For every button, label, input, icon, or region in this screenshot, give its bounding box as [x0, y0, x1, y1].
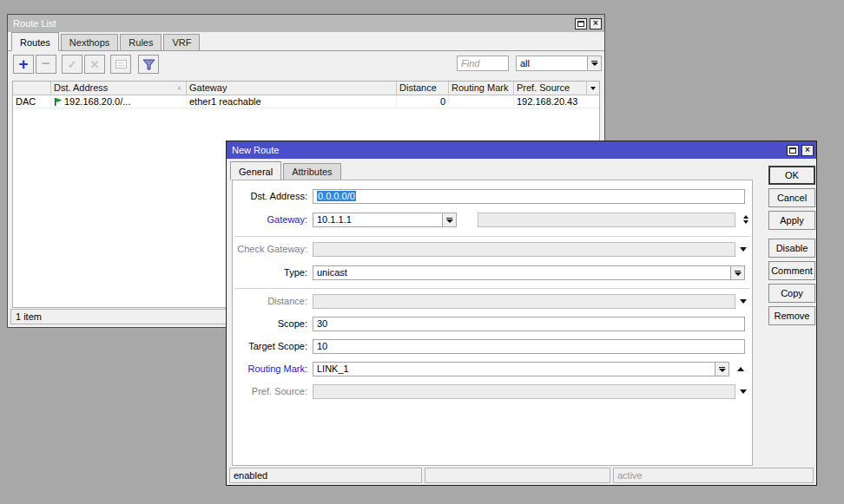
- distance-dropdown-icon[interactable]: [740, 299, 747, 304]
- dst-address-label: Dst. Address:: [233, 191, 307, 201]
- route-flags-cell: DAC: [13, 95, 51, 108]
- dst-address-selected-text: 0.0.0.0/0: [317, 191, 356, 201]
- filter-scope-select[interactable]: all: [516, 56, 602, 71]
- tab-attributes[interactable]: Attributes: [283, 163, 340, 180]
- scope-input[interactable]: 30: [313, 317, 745, 331]
- target-scope-label: Target Scope:: [233, 341, 307, 351]
- copy-button[interactable]: Copy: [768, 284, 815, 303]
- ok-button[interactable]: OK: [768, 166, 815, 185]
- column-header-pref-source[interactable]: Pref. Source: [514, 82, 592, 95]
- gateway-row: Gateway: 10.1.1.1: [233, 213, 752, 227]
- gateway-add-remove-spinner[interactable]: [743, 215, 748, 224]
- cancel-button[interactable]: Cancel: [768, 188, 815, 207]
- apply-button[interactable]: Apply: [768, 211, 815, 230]
- close-button[interactable]: ×: [801, 145, 814, 156]
- route-list-tabstrip: Routes Nexthops Rules VRF: [8, 32, 604, 51]
- scope-label: Scope:: [233, 318, 307, 329]
- enable-icon: ✓: [68, 58, 77, 71]
- funnel-icon: [142, 59, 155, 70]
- route-dst-cell: 192.168.20.0/...: [51, 95, 187, 108]
- add-route-button[interactable]: +: [13, 55, 34, 74]
- tab-general[interactable]: General: [230, 161, 281, 180]
- check-gateway-row: Check Gateway:: [233, 242, 752, 257]
- combo-arrow-icon: [735, 271, 741, 272]
- maximize-button[interactable]: [575, 18, 587, 29]
- new-route-tabstrip: General Attributes: [227, 160, 816, 180]
- type-input[interactable]: unicast: [313, 265, 745, 280]
- pref-source-label: Pref. Source:: [233, 386, 307, 396]
- gateway-secondary-input[interactable]: [478, 213, 735, 227]
- comment-icon: [115, 60, 127, 69]
- new-route-statusbar: enabled active: [229, 468, 814, 483]
- remove-route-button[interactable]: −: [36, 55, 56, 74]
- column-options-button[interactable]: [586, 82, 599, 95]
- type-dropdown-button[interactable]: [730, 266, 744, 279]
- gateway-dropdown-button[interactable]: [442, 213, 456, 226]
- distance-label: Distance:: [233, 296, 307, 306]
- routing-mark-label: Routing Mark:: [233, 363, 307, 374]
- routing-mark-remove-icon[interactable]: [737, 367, 744, 371]
- find-input[interactable]: Find: [457, 56, 509, 71]
- check-gateway-input[interactable]: [313, 242, 735, 257]
- type-row: Type: unicast: [233, 265, 752, 280]
- route-pref-source-cell: 192.168.20.43: [514, 95, 592, 108]
- pref-source-row: Pref. Source:: [233, 384, 752, 399]
- routing-mark-row: Routing Mark: LINK_1: [233, 362, 752, 376]
- scope-row: Scope: 30: [233, 317, 752, 331]
- status-middle: [425, 468, 610, 483]
- column-header-dst-address[interactable]: Dst. Address▲: [51, 82, 187, 95]
- pref-source-input[interactable]: [313, 384, 735, 399]
- routing-mark-input[interactable]: LINK_1: [313, 362, 729, 376]
- general-tab-panel: Dst. Address: 0.0.0.0/0 Gateway: 10.1.1.…: [232, 180, 753, 466]
- tab-nexthops[interactable]: Nexthops: [61, 34, 118, 50]
- separator: [234, 288, 750, 289]
- disable-button[interactable]: Disable: [768, 239, 815, 258]
- column-header-distance[interactable]: Distance: [397, 82, 449, 95]
- remove-button[interactable]: Remove: [768, 306, 815, 325]
- close-button[interactable]: ×: [590, 18, 602, 29]
- close-icon: ×: [805, 146, 810, 154]
- comment-route-button[interactable]: [110, 55, 131, 74]
- dst-address-input[interactable]: 0.0.0.0/0: [313, 189, 745, 204]
- up-arrow-icon: [743, 215, 748, 219]
- routing-mark-dropdown-button[interactable]: [715, 363, 729, 376]
- new-route-titlebar[interactable]: New Route ×: [227, 141, 816, 159]
- route-routing-mark-cell: [449, 95, 514, 108]
- separator: [234, 236, 750, 237]
- combo-arrow-icon: [735, 272, 742, 276]
- maximize-icon: [789, 147, 796, 154]
- routes-table-header: Dst. Address▲ Gateway Distance Routing M…: [13, 82, 599, 95]
- check-gateway-dropdown-icon[interactable]: [740, 247, 747, 252]
- combo-arrow-icon: [719, 367, 725, 368]
- target-scope-input[interactable]: 10: [313, 339, 745, 354]
- comment-button[interactable]: Comment: [768, 261, 815, 280]
- route-gateway-cell: ether1 reachable: [187, 95, 397, 108]
- sort-asc-icon: ▲: [176, 84, 182, 90]
- filter-button[interactable]: [138, 55, 159, 74]
- target-scope-row: Target Scope: 10: [233, 339, 752, 354]
- status-active: active: [613, 468, 814, 483]
- disable-route-button[interactable]: ✕: [84, 55, 105, 74]
- maximize-button[interactable]: [787, 145, 799, 156]
- enable-route-button[interactable]: ✓: [62, 55, 82, 74]
- route-distance-cell: 0: [397, 95, 449, 108]
- dropdown-arrow-icon: [590, 87, 596, 90]
- column-header-gateway[interactable]: Gateway: [187, 82, 397, 95]
- tab-vrf[interactable]: VRF: [163, 34, 200, 50]
- gateway-input[interactable]: 10.1.1.1: [313, 213, 457, 227]
- tab-rules[interactable]: Rules: [120, 34, 162, 50]
- close-icon: ×: [593, 19, 598, 28]
- combo-arrow-icon: [719, 369, 726, 372]
- column-header-flags[interactable]: [13, 82, 51, 95]
- distance-input[interactable]: [313, 294, 735, 309]
- type-label: Type:: [233, 267, 307, 278]
- pref-source-dropdown-icon[interactable]: [740, 389, 747, 394]
- table-row[interactable]: DAC 192.168.20.0/... ether1 reachable 0 …: [13, 95, 599, 108]
- column-header-routing-mark[interactable]: Routing Mark: [449, 82, 514, 95]
- filter-scope-value: all: [520, 58, 530, 69]
- status-enabled: enabled: [229, 468, 422, 483]
- find-placeholder: Find: [461, 58, 479, 69]
- tab-routes[interactable]: Routes: [11, 32, 59, 51]
- filter-scope-dropdown-button[interactable]: [587, 56, 601, 70]
- route-list-titlebar[interactable]: Route List ×: [8, 15, 604, 32]
